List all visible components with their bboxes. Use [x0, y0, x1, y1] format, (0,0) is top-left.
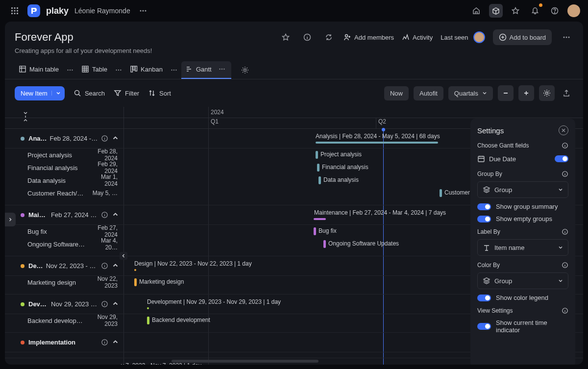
autofit-button[interactable]: Autofit [414, 86, 443, 100]
home-icon[interactable] [469, 4, 483, 18]
svg-point-26 [118, 70, 119, 71]
show-legend-toggle[interactable] [477, 295, 491, 301]
user-avatar[interactable] [567, 4, 580, 17]
zoom-in-button[interactable] [518, 85, 534, 101]
group-summary-bar [147, 307, 149, 309]
task-bar[interactable] [323, 240, 326, 248]
apps-grid-icon[interactable] [8, 4, 22, 18]
add-members-button[interactable]: Add members [343, 33, 394, 41]
search-button[interactable]: Search [74, 89, 105, 97]
horizontal-scrollbar[interactable] [172, 360, 318, 363]
tab-gantt-more[interactable] [217, 66, 227, 73]
tab-main-table-more[interactable] [65, 67, 75, 74]
task-bar[interactable] [134, 278, 137, 286]
task-name: Bug fix [27, 228, 88, 235]
task-bar[interactable] [318, 176, 321, 184]
help-icon[interactable] [548, 4, 562, 18]
star-outline-icon[interactable] [279, 30, 293, 44]
task-name: Financial analysis [27, 164, 88, 172]
svg-rect-5 [17, 10, 18, 12]
app-name: plaky [46, 6, 69, 16]
collapse-left-icon[interactable] [120, 252, 127, 260]
tab-gantt[interactable]: Gantt [181, 61, 231, 79]
task-bar[interactable] [147, 317, 149, 324]
task-bar[interactable] [317, 164, 319, 172]
svg-point-25 [116, 70, 117, 71]
chevron-up-icon[interactable] [112, 339, 119, 346]
svg-rect-28 [131, 66, 133, 72]
star-icon[interactable] [509, 4, 522, 18]
new-item-button[interactable]: New Item [15, 86, 65, 100]
info-icon[interactable] [562, 307, 568, 314]
export-icon[interactable] [560, 86, 573, 100]
chevron-down-icon [482, 91, 487, 96]
color-by-select[interactable]: Group [477, 272, 568, 289]
svg-point-38 [74, 91, 79, 95]
package-icon[interactable] [489, 4, 503, 18]
more-icon[interactable] [136, 4, 150, 18]
plaky-logo-icon[interactable] [27, 4, 40, 17]
group-by-select[interactable]: Group [477, 181, 568, 198]
group-name: Maint… [28, 211, 48, 219]
tab-table-more[interactable] [113, 67, 124, 74]
activity-button[interactable]: Activity [402, 33, 433, 41]
chevron-down-icon [51, 91, 61, 96]
info-icon[interactable] [562, 171, 568, 177]
info-icon[interactable] [101, 135, 108, 142]
refresh-icon[interactable] [322, 30, 336, 44]
due-date-field: Due Date [477, 153, 568, 165]
chevron-up-icon[interactable] [112, 262, 119, 270]
due-date-toggle[interactable] [555, 155, 568, 162]
view-tabs: Main table Table Kanban Gantt [5, 56, 583, 79]
chevron-up-icon[interactable] [112, 135, 119, 142]
show-empty-toggle[interactable] [477, 216, 491, 222]
board-more-icon[interactable] [560, 30, 573, 44]
task-bar[interactable] [316, 151, 318, 159]
info-icon[interactable] [101, 339, 108, 346]
info-icon[interactable] [562, 142, 568, 149]
show-time-indicator-toggle[interactable] [477, 323, 491, 330]
show-summary-toggle[interactable] [477, 203, 491, 210]
svg-point-31 [171, 70, 172, 71]
svg-rect-2 [17, 7, 18, 9]
task-bar[interactable] [440, 189, 442, 197]
color-by-value: Group [494, 277, 512, 285]
task-name: Project analysis [27, 151, 88, 159]
user-name[interactable]: Léonie Raymonde [74, 7, 130, 15]
task-bar[interactable] [314, 227, 316, 235]
chevron-up-icon[interactable] [112, 364, 119, 365]
sort-label: Sort [159, 90, 171, 97]
tab-table[interactable]: Table [77, 61, 111, 79]
svg-point-9 [140, 10, 141, 12]
svg-point-11 [145, 10, 146, 12]
zoom-out-button[interactable] [498, 85, 514, 101]
last-seen[interactable]: Last seen [441, 31, 485, 43]
sort-button[interactable]: Sort [148, 89, 171, 97]
chevron-up-icon[interactable] [112, 211, 119, 219]
info-icon[interactable] [101, 300, 108, 308]
group-summary-text: Maintenance | Feb 27, 2024 - Mar 4, 2024… [314, 209, 446, 216]
bell-icon[interactable] [528, 4, 542, 18]
tab-main-table[interactable]: Main table [15, 61, 63, 79]
label-by-select[interactable]: Item name [477, 239, 568, 256]
filter-button[interactable]: Filter [114, 89, 139, 97]
info-icon[interactable] [562, 228, 568, 235]
gear-icon[interactable] [238, 63, 252, 77]
timescale-select[interactable]: Quartals [448, 86, 493, 100]
expand-sidebar-button[interactable] [5, 213, 16, 226]
info-icon[interactable] [101, 262, 108, 270]
show-summary-label: Show group summary [496, 203, 558, 210]
add-to-board-button[interactable]: Add to board [493, 29, 552, 45]
info-icon[interactable] [101, 211, 108, 219]
close-button[interactable] [559, 125, 568, 135]
chevron-up-icon[interactable] [112, 300, 119, 308]
tab-kanban-more[interactable] [169, 67, 179, 74]
info-icon[interactable] [101, 364, 108, 365]
now-button[interactable]: Now [384, 86, 409, 100]
svg-rect-3 [11, 10, 13, 12]
svg-point-10 [142, 10, 144, 12]
info-icon[interactable] [562, 262, 568, 269]
gantt-settings-button[interactable] [539, 85, 555, 101]
tab-kanban[interactable]: Kanban [126, 61, 167, 79]
info-icon[interactable] [300, 30, 314, 44]
